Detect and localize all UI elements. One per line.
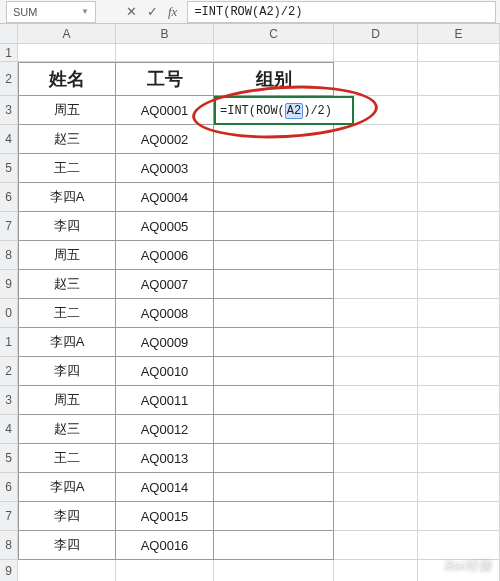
cell[interactable] [418, 328, 500, 357]
cell[interactable] [214, 299, 334, 328]
cell[interactable] [334, 473, 418, 502]
cell[interactable]: AQ0009 [116, 328, 214, 357]
cell[interactable] [214, 212, 334, 241]
cell[interactable]: AQ0011 [116, 386, 214, 415]
col-header-E[interactable]: E [418, 24, 500, 44]
cell[interactable]: AQ0012 [116, 415, 214, 444]
cell[interactable] [418, 473, 500, 502]
cell[interactable] [214, 183, 334, 212]
cell[interactable] [334, 183, 418, 212]
cell[interactable] [418, 386, 500, 415]
cell[interactable]: 李四 [18, 212, 116, 241]
row-header[interactable]: 9 [0, 560, 18, 581]
cell[interactable] [418, 357, 500, 386]
select-all-corner[interactable] [0, 24, 18, 44]
cell[interactable] [214, 444, 334, 473]
cell[interactable]: 赵三 [18, 270, 116, 299]
cell[interactable]: AQ0015 [116, 502, 214, 531]
cell[interactable] [418, 96, 500, 125]
row-header[interactable]: 3 [0, 96, 18, 125]
cell[interactable] [334, 328, 418, 357]
cell[interactable] [116, 560, 214, 581]
cell[interactable]: 周五 [18, 96, 116, 125]
row-header[interactable]: 8 [0, 531, 18, 560]
cell[interactable] [214, 44, 334, 62]
cell[interactable] [214, 328, 334, 357]
cell[interactable]: 周五 [18, 386, 116, 415]
cell[interactable] [18, 560, 116, 581]
row-header[interactable]: 4 [0, 125, 18, 154]
cell[interactable]: 姓名 [18, 62, 116, 96]
row-header[interactable]: 2 [0, 357, 18, 386]
cell[interactable] [418, 62, 500, 96]
row-header[interactable]: 1 [0, 328, 18, 357]
cell[interactable] [214, 270, 334, 299]
cell[interactable] [214, 386, 334, 415]
row-header[interactable]: 5 [0, 444, 18, 473]
name-box[interactable]: SUM ▼ [6, 1, 96, 23]
cell[interactable]: AQ0003 [116, 154, 214, 183]
cell[interactable] [334, 241, 418, 270]
row-header[interactable]: 9 [0, 270, 18, 299]
cell[interactable]: AQ0016 [116, 531, 214, 560]
cell[interactable] [334, 44, 418, 62]
cell[interactable]: AQ0013 [116, 444, 214, 473]
row-header[interactable]: 7 [0, 502, 18, 531]
cell[interactable]: 李四A [18, 473, 116, 502]
cell[interactable]: AQ0002 [116, 125, 214, 154]
cell[interactable] [418, 183, 500, 212]
cell[interactable] [418, 44, 500, 62]
row-header[interactable]: 4 [0, 415, 18, 444]
cell[interactable] [116, 44, 214, 62]
cell[interactable] [214, 560, 334, 581]
cell[interactable] [18, 44, 116, 62]
cell[interactable] [334, 270, 418, 299]
cell[interactable] [334, 502, 418, 531]
cell[interactable] [418, 270, 500, 299]
cell[interactable] [418, 502, 500, 531]
cell[interactable] [418, 560, 500, 581]
row-header[interactable]: 6 [0, 183, 18, 212]
active-cell-editor[interactable]: =INT(ROW(A2)/2) [214, 96, 354, 125]
cell[interactable]: AQ0004 [116, 183, 214, 212]
cell[interactable]: AQ0007 [116, 270, 214, 299]
cell[interactable] [334, 444, 418, 473]
formula-input[interactable]: =INT(ROW(A2)/2) [187, 1, 496, 23]
cell[interactable]: 赵三 [18, 125, 116, 154]
cell[interactable] [418, 531, 500, 560]
cell[interactable] [418, 415, 500, 444]
cell[interactable] [334, 531, 418, 560]
cell[interactable]: AQ0014 [116, 473, 214, 502]
cell[interactable] [334, 125, 418, 154]
cell[interactable]: AQ0008 [116, 299, 214, 328]
cell[interactable]: AQ0001 [116, 96, 214, 125]
cell[interactable] [418, 212, 500, 241]
cell[interactable] [334, 154, 418, 183]
cell[interactable] [214, 154, 334, 183]
cell[interactable]: 组别 [214, 62, 334, 96]
col-header-A[interactable]: A [18, 24, 116, 44]
row-header[interactable]: 2 [0, 62, 18, 96]
col-header-B[interactable]: B [116, 24, 214, 44]
row-header[interactable]: 5 [0, 154, 18, 183]
cell[interactable]: 王二 [18, 299, 116, 328]
cell[interactable] [334, 415, 418, 444]
cell[interactable]: AQ0005 [116, 212, 214, 241]
col-header-D[interactable]: D [334, 24, 418, 44]
cell[interactable] [214, 473, 334, 502]
cell[interactable]: 王二 [18, 444, 116, 473]
cell[interactable] [214, 531, 334, 560]
row-header[interactable]: 1 [0, 44, 18, 62]
cell[interactable]: 工号 [116, 62, 214, 96]
cell[interactable] [214, 357, 334, 386]
col-header-C[interactable]: C [214, 24, 334, 44]
cell[interactable]: 赵三 [18, 415, 116, 444]
fx-icon[interactable]: fx [168, 5, 177, 18]
cell[interactable]: 李四A [18, 183, 116, 212]
cell[interactable] [214, 502, 334, 531]
spreadsheet-grid[interactable]: A B C D E =INT(ROW(A2)/2) 12姓名工号组别3周五AQ0… [0, 24, 500, 581]
cell[interactable]: AQ0010 [116, 357, 214, 386]
cell[interactable] [334, 560, 418, 581]
cell[interactable]: 李四 [18, 531, 116, 560]
cell[interactable] [334, 212, 418, 241]
